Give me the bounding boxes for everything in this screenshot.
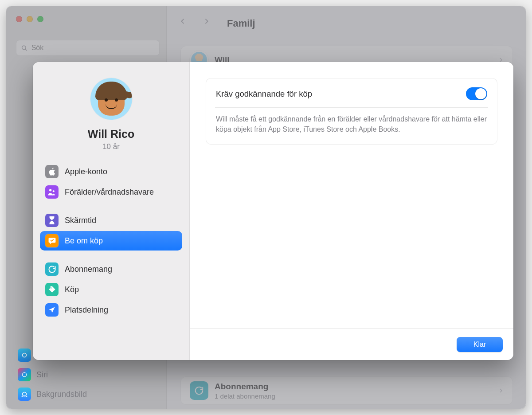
svg-point-2: [23, 353, 27, 357]
menu-item-ask-to-buy[interactable]: Be om köp: [40, 231, 182, 251]
chat-check-icon: [45, 234, 59, 247]
settings-window: Familj Will ... Abonnemang 1 delat abonn…: [6, 6, 526, 409]
wallpaper-icon: [18, 388, 31, 401]
divider: [215, 107, 488, 108]
menu-item-label: Köp: [65, 285, 79, 294]
sheet-sidebar: Will Rico 10 år Apple-konto Förälder/: [33, 62, 190, 360]
done-button-label: Klar: [473, 341, 486, 348]
menu-item-screentime[interactable]: Skärmtid: [40, 211, 182, 230]
user-age: 10 år: [102, 142, 120, 151]
user-avatar: [90, 78, 132, 120]
sidebar-item-siri[interactable]: Siri: [12, 365, 163, 384]
hourglass-icon: [45, 214, 59, 227]
sidebar-item-label: Bakgrundsbild: [36, 390, 87, 399]
family-member-sheet: Will Rico 10 år Apple-konto Förälder/: [33, 62, 513, 360]
menu-item-purchases[interactable]: Köp: [40, 280, 182, 299]
menu-group-account: Apple-konto Förälder/vårdnadshavare: [40, 162, 182, 202]
menu-item-label: Be om köp: [65, 236, 103, 246]
setting-description: Will måste få ett godkännande från en fö…: [216, 114, 487, 134]
apple-logo-icon: [45, 165, 59, 178]
menu-item-label: Skärmtid: [65, 216, 96, 225]
sheet-footer: Klar: [190, 328, 513, 360]
sheet-menu: Apple-konto Förälder/vårdnadshavare: [33, 162, 189, 329]
sheet-content: Kräv godkännande för köp Will måste få e…: [190, 62, 513, 360]
menu-item-label: Platsdelning: [65, 305, 108, 315]
user-name: Will Rico: [88, 128, 134, 141]
menu-item-apple-account[interactable]: Apple-konto: [40, 162, 182, 181]
menu-item-parent-guardian[interactable]: Förälder/vårdnadshavare: [40, 182, 182, 202]
menu-item-location-sharing[interactable]: Platsdelning: [40, 300, 182, 320]
refresh-icon: [45, 262, 59, 276]
menu-item-label: Förälder/vårdnadshavare: [65, 188, 154, 197]
siri-icon: [18, 368, 31, 381]
menu-group-services: Abonnemang Köp Platsdelning: [40, 259, 182, 320]
tag-icon: [45, 283, 59, 296]
done-button[interactable]: Klar: [457, 337, 503, 352]
menu-item-label: Apple-konto: [65, 167, 107, 176]
require-approval-card: Kräv godkännande för köp Will måste få e…: [206, 78, 497, 145]
svg-point-7: [50, 287, 51, 289]
setting-title: Kräv godkännande för köp: [216, 89, 312, 99]
screensaver-icon: [18, 348, 31, 362]
svg-point-5: [49, 189, 51, 191]
svg-point-3: [22, 372, 26, 376]
menu-item-subscriptions[interactable]: Abonnemang: [40, 259, 182, 279]
sidebar-item-label: Siri: [36, 370, 48, 380]
sidebar-item-wallpaper[interactable]: Bakgrundsbild: [12, 385, 163, 403]
location-arrow-icon: [45, 303, 59, 317]
menu-group-time: Skärmtid Be om köp: [40, 211, 182, 251]
family-icon: [45, 185, 59, 199]
menu-item-label: Abonnemang: [65, 265, 112, 274]
svg-point-6: [53, 190, 55, 192]
require-approval-toggle[interactable]: [466, 87, 487, 100]
